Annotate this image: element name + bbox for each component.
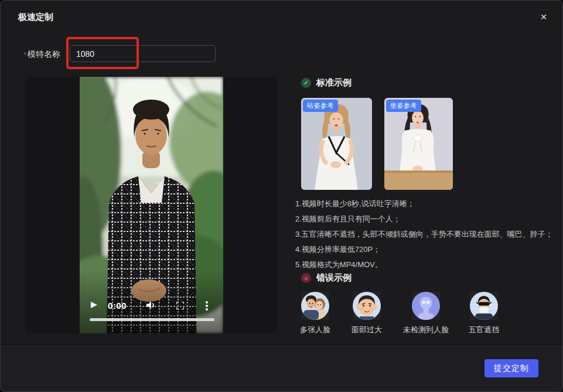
error-icon: × [301, 273, 311, 283]
no-face-detected-image [412, 292, 440, 320]
standing-pose-example: 站姿参考 [301, 98, 372, 190]
error-example-multiple-faces: 多张人脸 [301, 292, 329, 320]
quick-custom-modal: 极速定制 × * 模特名称 [0, 0, 563, 392]
video-thumbnail [80, 77, 223, 333]
video-player[interactable]: ▶ 0:00 [25, 77, 278, 333]
video-progress-bar[interactable] [90, 318, 214, 321]
error-section-header: × 错误示例 [301, 272, 352, 284]
page-title: 极速定制 [18, 12, 53, 23]
error-example-face-too-large: 面部过大 [353, 292, 381, 320]
video-time: 0:00 [108, 301, 127, 311]
error-example-no-face-detected: 未检测到人脸 [412, 292, 440, 320]
features-occluded-image [470, 292, 498, 320]
multiple-faces-image [301, 292, 329, 320]
play-button[interactable]: ▶ [91, 299, 97, 309]
rule-3: 3.五官清晰不遮挡，头部不倾斜或侧向，手势不要出现在面部、嘴巴、脖子； [295, 227, 553, 242]
close-icon[interactable]: × [535, 9, 552, 25]
video-frame: ▶ 0:00 [80, 77, 223, 333]
error-label: 面部过大 [352, 325, 382, 335]
volume-icon[interactable] [146, 301, 156, 311]
error-label: 多张人脸 [300, 325, 330, 335]
face-too-large-image [353, 292, 381, 320]
standard-title: 标准示例 [316, 77, 352, 88]
rule-1: 1.视频时长最少8秒,说话吐字清晰； [295, 196, 553, 212]
more-options-icon[interactable] [205, 301, 209, 313]
error-label: 未检测到人脸 [403, 325, 449, 335]
check-icon: ✓ [301, 78, 311, 88]
error-example-features-occluded: 五官遮挡 [470, 292, 498, 320]
required-asterisk: * [23, 50, 26, 59]
standing-pose-badge: 站姿参考 [303, 100, 338, 112]
fullscreen-icon[interactable] [176, 302, 184, 311]
upload-rules: 1.视频时长最少8秒,说话吐字清晰； 2.视频前后有且只有同一个人； 3.五官清… [295, 196, 553, 272]
error-label: 五官遮挡 [469, 325, 499, 335]
video-controls: ▶ 0:00 [80, 301, 223, 312]
sitting-pose-example: 坐姿参考 [384, 98, 453, 190]
submit-button[interactable]: 提交定制 [484, 359, 538, 377]
model-name-label: 模特名称 [28, 49, 60, 60]
sitting-pose-badge: 坐姿参考 [386, 100, 421, 112]
error-title: 错误示例 [316, 272, 352, 284]
rule-5: 5.视频格式为MP4/MOV。 [295, 257, 553, 272]
standard-section-header: ✓ 标准示例 [301, 77, 352, 88]
rule-2: 2.视频前后有且只有同一个人； [295, 212, 553, 227]
modal-footer: 提交定制 [1, 344, 562, 391]
rule-4: 4.视频分辨率最低720P； [295, 242, 553, 257]
model-name-input[interactable] [70, 45, 216, 62]
